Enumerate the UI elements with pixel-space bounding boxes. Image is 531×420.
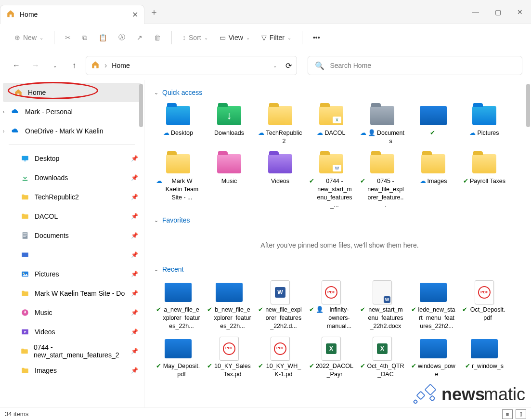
paste-button[interactable]: 📋 [94,29,112,46]
sidebar-item-documents[interactable]: Documents📌 [0,226,144,245]
pin-icon[interactable]: 📌 [131,328,138,335]
file-tile[interactable]: PDF✔👤infinity-owners-manual... [307,279,355,332]
file-tile[interactable]: ✔lede_new_start_menu_features_22h2... [409,279,457,332]
sidebar-scrollbar[interactable] [139,84,143,127]
chevron-right-icon[interactable]: › [3,129,4,134]
file-tile[interactable]: Videos [256,150,304,212]
breadcrumb-path[interactable]: Home [112,62,268,69]
share-button[interactable]: ↗ [132,29,147,46]
file-tile[interactable]: ✔Payroll Taxes [460,150,508,212]
sidebar-item-desktop[interactable]: Desktop📌 [0,149,144,168]
address-bar[interactable]: › Home ⌄ ⟳ [86,56,297,75]
pin-icon[interactable]: 📌 [131,232,138,239]
sidebar-item-downloads[interactable]: Downloads📌 [0,168,144,187]
file-tile[interactable]: ☁Mark W Kaelin Team Site - ... [154,150,202,212]
delete-button[interactable]: 🗑 [149,29,166,46]
section-recent[interactable]: ⌄Recent [154,265,525,273]
view-button[interactable]: ▭ View ⌄ [215,29,255,46]
file-name: infinity-owners-manual... [325,306,353,330]
sidebar-item-music[interactable]: Music📌 [0,303,144,322]
close-button[interactable]: ✕ [509,0,531,24]
file-name: Documents [377,129,404,145]
pin-icon[interactable]: 📌 [131,348,138,354]
file-thumb [471,337,498,360]
file-name: Images [427,177,447,185]
back-button[interactable]: ← [9,58,24,73]
pin-icon[interactable]: 📌 [131,155,138,162]
forward-button[interactable]: → [28,58,43,73]
pin-icon[interactable]: 📌 [131,213,138,220]
sidebar-item-onedrive-mark-w-kaelin[interactable]: ›OneDrive - Mark W Kaelin [0,121,144,141]
new-button[interactable]: ⊕ New ⌄ [10,29,48,46]
file-tile[interactable]: X☁DACOL [307,102,355,147]
file-tile[interactable]: ✔ [409,102,457,147]
sidebar-item-videos[interactable]: Videos📌 [0,322,144,341]
cut-button[interactable]: ✂ [60,29,76,46]
new-tab-button[interactable]: ＋ [144,6,164,18]
pin-icon[interactable]: 📌 [131,309,138,316]
file-tile[interactable]: ☁👤Documents [358,102,406,147]
sidebar-label: Desktop [35,155,59,162]
file-tile[interactable]: W✔new_start_menu_features_22h2.docx [358,279,406,332]
file-tile[interactable]: PDF✔Oct_Deposit.pdf [460,279,508,332]
pin-icon[interactable]: 📌 [131,290,138,297]
file-tile[interactable]: W✔0744 - new_start_menu_features_... [307,150,355,212]
close-tab-icon[interactable]: ✕ [132,10,138,19]
file-name: May_Deposit.pdf [163,362,200,379]
more-button[interactable]: ••• [308,29,325,46]
sort-button[interactable]: ↕ Sort ⌄ [178,29,213,46]
cloud-icon: ☁ [469,129,476,137]
window-controls: — ▢ ✕ [465,0,531,24]
sidebar-item-app[interactable]: 📌 [0,245,144,264]
minimize-button[interactable]: — [465,0,487,24]
tiles-view-toggle[interactable]: ▯ [516,409,526,419]
file-tile[interactable]: ☁TechRepublic2 [256,102,304,147]
refresh-button[interactable]: ⟳ [285,61,292,70]
sidebar-item-mark-w-kaelin-team-site-do[interactable]: Mark W Kaelin Team Site - Do📌 [0,284,144,303]
file-tile[interactable]: ✔0745 - new_file_explorer_feature... [358,150,406,212]
file-tile[interactable]: ☁Desktop [154,102,202,147]
up-button[interactable]: ↑ [66,58,82,73]
file-tile[interactable]: ✔a_new_file_explorer_features_22h... [154,279,202,332]
rename-button[interactable]: Ⓐ [114,29,130,46]
pin-icon[interactable]: 📌 [131,174,138,181]
file-tile[interactable]: ☁Images [409,150,457,212]
copy-button[interactable]: ⧉ [78,29,92,46]
pin-icon[interactable]: 📌 [131,271,138,277]
file-tile[interactable]: ✔windows_powe [409,335,457,381]
section-favorites[interactable]: ⌄Favorites [154,216,525,224]
search-input[interactable] [330,62,516,69]
file-tile[interactable]: ✔May_Deposit.pdf [154,335,202,381]
tab-home[interactable]: Home ✕ [0,5,144,24]
file-tile[interactable]: ✔b_new_file_explorer_features_22h... [205,279,253,332]
path-dropdown[interactable]: ⌄ [273,63,277,68]
content-scrollbar[interactable] [526,84,530,127]
sidebar-item-0744-new_start_menu_features_2[interactable]: 0744 - new_start_menu_features_2📌 [0,341,144,361]
file-tile[interactable]: ☁Pictures [460,102,508,147]
section-quick-access[interactable]: ⌄Quick access [154,89,525,96]
file-tile[interactable]: ✔r_window_s [460,335,508,381]
maximize-button[interactable]: ▢ [487,0,509,24]
details-view-toggle[interactable]: ≡ [502,409,513,419]
sidebar-item-mark-personal[interactable]: ›Mark - Personal [0,102,144,121]
pin-icon[interactable]: 📌 [131,367,138,374]
sidebar-item-home[interactable]: Home [3,83,141,102]
file-tile[interactable]: Music [205,150,253,212]
sidebar-label: Home [28,89,46,96]
recent-dropdown[interactable]: ⌄ [47,58,63,73]
file-tile[interactable]: PDF✔10_KY_SalesTax.pd [205,335,253,381]
file-tile[interactable]: ↓Downloads [205,102,253,147]
file-tile[interactable]: PDF✔10_KY_WH_K-1.pd [256,335,304,381]
chevron-right-icon[interactable]: › [3,109,4,115]
file-tile[interactable]: W✔new_file_explorer_features_22h2.d... [256,279,304,332]
search-box[interactable]: 🔍 [308,56,523,75]
pin-icon[interactable]: 📌 [131,251,138,258]
file-tile[interactable]: X✔Oct_4th_QTR_DAC [358,335,406,381]
sidebar-item-techrepublic2[interactable]: TechRepublic2📌 [0,187,144,207]
pin-icon[interactable]: 📌 [131,194,138,200]
sidebar-item-pictures[interactable]: Pictures📌 [0,264,144,284]
file-tile[interactable]: X✔2022_DACOL_Payr [307,335,355,381]
sidebar-item-images[interactable]: Images📌 [0,361,144,380]
sidebar-item-dacol[interactable]: DACOL📌 [0,207,144,226]
filter-button[interactable]: ▽ Filter ⌄ [257,29,296,46]
